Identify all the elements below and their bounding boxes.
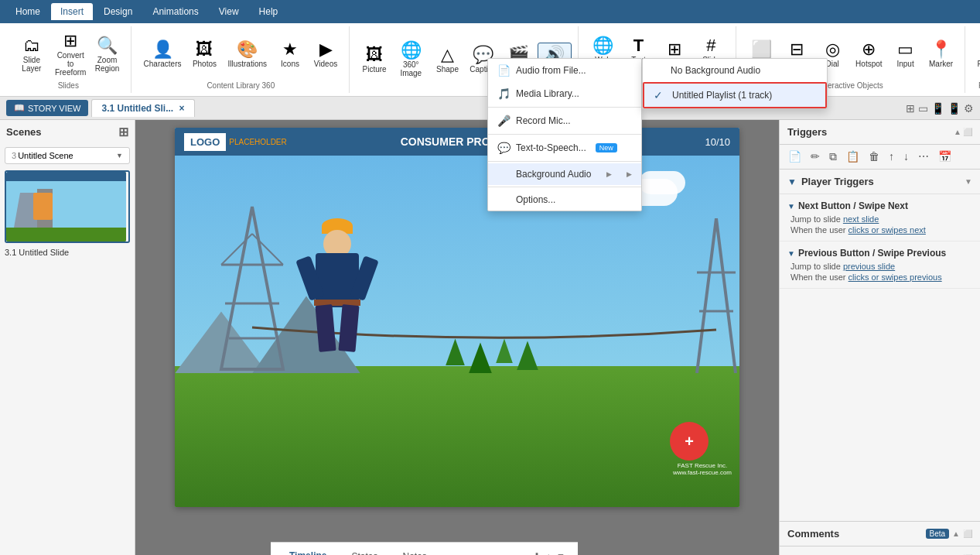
tab-insert[interactable]: Insert	[51, 3, 93, 20]
settings-icon[interactable]: ⚙	[964, 102, 974, 115]
edit-trigger-icon[interactable]: ✏	[807, 148, 824, 166]
record-mic-item[interactable]: 🎤 Record Mic...	[488, 109, 641, 132]
input-button[interactable]: ▭ Input	[889, 38, 923, 71]
text-to-speech-item[interactable]: 💬 Text-to-Speech... New	[488, 136, 641, 159]
scene-name: Untitled Scene	[18, 151, 114, 160]
ribbon-group-publish: ▶ Preview Publish	[967, 26, 980, 93]
audio-from-file-item[interactable]: 📄 Audio from File...	[488, 59, 641, 82]
add-scene-icon[interactable]: ⊞	[118, 125, 128, 139]
scenes-header: Scenes ⊞	[0, 120, 135, 144]
ribbon-group-content-library: 👤 Characters 🖼 Photos 🎨 Illustrations ★ …	[133, 26, 350, 93]
view-grid-icon[interactable]: ⊞	[906, 102, 915, 115]
hotspot-button[interactable]: ⊕ Hotspot	[851, 38, 886, 71]
player-triggers-title: Player Triggers	[801, 176, 874, 187]
options-item[interactable]: Options...	[488, 189, 641, 211]
logo-text-small: FAST Rescue Inc.www.fast-rescue.com	[673, 462, 732, 476]
collapse-trigger-icon[interactable]: ▲	[954, 128, 961, 136]
picture-icon: 🖼	[366, 46, 383, 63]
more-trigger-icon[interactable]: ⋯	[914, 148, 933, 166]
zoom-icon: 🔍	[97, 37, 118, 54]
view-tablet-icon[interactable]: 📱	[931, 102, 944, 115]
timeline-tab[interactable]: Timeline	[283, 547, 333, 555]
slide-layer-label: Slide Layer	[17, 56, 46, 73]
shape-button[interactable]: △ Shape	[431, 43, 465, 77]
slide-scene: + FAST Rescue Inc.www.fast-rescue.com	[175, 156, 739, 507]
tab-home[interactable]: Home	[6, 3, 50, 20]
slide-canvas[interactable]: LOGO PLACEHOLDER CONSUMER PROTECTION ACT…	[175, 128, 739, 507]
power-tower-right	[693, 218, 739, 373]
prev-trigger-expand-icon[interactable]: ▼	[787, 249, 795, 258]
logo-sub-text: PLACEHOLDER	[229, 138, 286, 146]
view-phone-icon[interactable]: 📱	[948, 102, 961, 115]
icons-label: Icons	[281, 60, 299, 68]
convert-freeform-button[interactable]: ⊞ Convert toFreeform	[53, 29, 89, 80]
timeline-up-icon[interactable]: ▲	[544, 551, 553, 555]
media-library-label: Media Library...	[516, 88, 579, 99]
360-image-button[interactable]: 🌐 360° Image	[393, 39, 429, 81]
prev-swipe-link[interactable]: clicks or swipes previous	[849, 272, 942, 282]
story-view-tab[interactable]: 📖 STORY VIEW	[6, 100, 88, 116]
next-slide-link[interactable]: next slide	[843, 214, 879, 224]
maximize-trigger-icon[interactable]: ⬜	[963, 128, 972, 136]
add-trigger-icon[interactable]: 📄	[784, 148, 805, 166]
photos-button[interactable]: 🖼 Photos	[187, 38, 221, 71]
next-trigger-expand-icon[interactable]: ▼	[787, 202, 795, 211]
picture-button[interactable]: 🖼 Picture	[357, 43, 391, 77]
characters-icon: 👤	[152, 41, 173, 58]
notes-tab[interactable]: Notes	[397, 548, 433, 555]
expand-player-triggers-icon[interactable]: ▼	[787, 176, 797, 187]
previous-button-trigger: ▼ Previous Button / Swipe Previous Jump …	[780, 242, 980, 289]
power-tower-left	[198, 203, 306, 373]
characters-button[interactable]: 👤 Characters	[139, 38, 186, 71]
slide-tab[interactable]: 3.1 Untitled Sli... ×	[91, 99, 194, 117]
delete-trigger-icon[interactable]: 🗑	[865, 148, 883, 166]
rescue-logo: +	[670, 422, 709, 461]
no-background-audio-item[interactable]: ✓ No Background Audio	[643, 59, 827, 82]
timeline-down-icon[interactable]: ▼	[556, 551, 565, 555]
player-triggers-collapse-icon[interactable]: ▼	[965, 177, 972, 186]
timeline-download-icon[interactable]: ⬇	[533, 551, 541, 555]
beta-badge: Beta	[926, 529, 950, 539]
videos-button[interactable]: ▶ Videos	[309, 38, 343, 71]
prev-slide-link[interactable]: previous slide	[843, 262, 895, 271]
photos-icon: 🖼	[196, 41, 213, 58]
record-mic-label: Record Mic...	[516, 115, 571, 126]
tab-view[interactable]: View	[210, 3, 248, 20]
svg-line-7	[697, 218, 716, 373]
close-icon[interactable]: ×	[179, 103, 185, 114]
comments-maximize-icon[interactable]: ⬜	[963, 529, 972, 538]
untitled-playlist-item[interactable]: ✓ Untitled Playlist (1 track)	[643, 82, 827, 108]
illustrations-button[interactable]: 🎨 Illustrations	[223, 38, 271, 71]
slides-group-label: Slides	[58, 81, 79, 90]
triggers-toolbar: 📄 ✏ ⧉ 📋 🗑 ↑ ↓ ⋯ 📅	[780, 145, 980, 170]
paste-trigger-icon[interactable]: 📋	[842, 148, 863, 166]
interactive-group-label: Interactive Objects	[819, 81, 883, 90]
move-up-trigger-icon[interactable]: ↑	[885, 148, 898, 166]
slide-thumbnail[interactable]	[5, 170, 130, 243]
copy-trigger-icon[interactable]: ⧉	[825, 148, 841, 166]
marker-icon: 📍	[930, 41, 951, 58]
logo-area: LOGO PLACEHOLDER	[184, 133, 287, 151]
scene-selector[interactable]: 3 Untitled Scene ▼	[5, 147, 130, 164]
states-tab[interactable]: States	[345, 548, 384, 555]
tab-animations[interactable]: Animations	[143, 3, 207, 20]
media-library-item[interactable]: 🎵 Media Library...	[488, 82, 641, 105]
text-to-speech-label: Text-to-Speech...	[516, 142, 586, 153]
comments-controls: Beta ▲ ⬜	[926, 529, 972, 539]
view-single-icon[interactable]: ▭	[918, 102, 928, 115]
calendar-trigger-icon[interactable]: 📅	[934, 148, 955, 166]
comments-expand-icon[interactable]: ▲	[952, 529, 960, 538]
tab-help[interactable]: Help	[250, 3, 288, 20]
marker-button[interactable]: 📍 Marker	[924, 38, 958, 71]
scene-chevron-icon: ▼	[116, 152, 123, 159]
zoom-region-button[interactable]: 🔍 ZoomRegion	[90, 34, 125, 76]
next-swipe-link[interactable]: clicks or swipes next	[849, 225, 926, 235]
comments-section: Comments Beta ▲ ⬜	[780, 521, 980, 546]
tab-design[interactable]: Design	[94, 3, 142, 20]
move-down-trigger-icon[interactable]: ↓	[900, 148, 913, 166]
background-audio-item[interactable]: Background Audio ▶	[488, 163, 641, 185]
zoom-label: ZoomRegion	[95, 56, 120, 73]
preview-button[interactable]: ▶ Preview	[973, 38, 980, 71]
icons-button[interactable]: ★ Icons	[273, 38, 307, 71]
slide-layer-button[interactable]: 🗂 Slide Layer	[12, 34, 51, 76]
